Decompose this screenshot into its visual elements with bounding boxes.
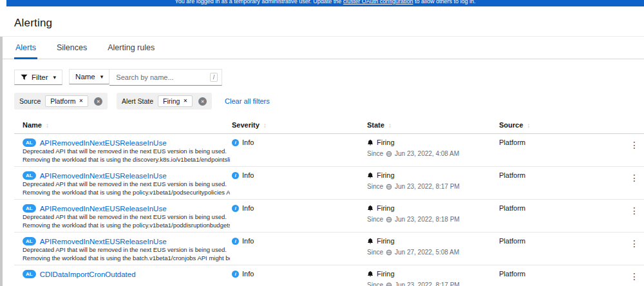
filter-group-label: Source bbox=[19, 97, 41, 105]
filter-group-close-icon[interactable]: ✕ bbox=[198, 97, 207, 106]
kebab-menu-icon[interactable]: ⋮ bbox=[630, 205, 639, 216]
alert-badge: AL bbox=[23, 237, 36, 245]
left-edge-strip bbox=[0, 37, 3, 286]
source-cell: Platform bbox=[499, 233, 622, 265]
filter-chip-label: Platform bbox=[50, 97, 75, 105]
sort-icon: ↕ bbox=[263, 122, 267, 129]
alert-name-link[interactable]: CDIDataImportCronOutdated bbox=[40, 271, 136, 278]
kebab-cell: ⋮ bbox=[622, 233, 639, 265]
alert-badge: AL bbox=[23, 270, 36, 278]
filter-group-source: Source Platform ✕ ✕ bbox=[14, 93, 108, 110]
bell-icon bbox=[367, 172, 374, 178]
state-cell: Firing Since Jun 27, 2022, 5:08 AM bbox=[367, 233, 499, 265]
filter-chip-platform: Platform ✕ bbox=[45, 95, 88, 107]
severity-cell: i Info bbox=[232, 265, 367, 286]
info-icon: i bbox=[232, 271, 239, 278]
state-cell: Firing Since Jun 23, 2022, 4:08 AM bbox=[367, 134, 499, 166]
column-header-source[interactable]: Source ↕ bbox=[499, 121, 622, 129]
state-since: Since Jun 23, 2022, 4:08 AM bbox=[367, 150, 499, 157]
table-row: AL APIRemovedInNextEUSReleaseInUse Depre… bbox=[14, 167, 644, 200]
alert-name-link[interactable]: APIRemovedInNextEUSReleaseInUse bbox=[40, 205, 167, 213]
kebab-cell: ⋮ bbox=[622, 167, 639, 199]
bell-icon bbox=[367, 205, 374, 211]
since-timestamp: Jun 23, 2022, 8:17 PM bbox=[395, 183, 460, 190]
alert-description-line1: Deprecated API that will be removed in t… bbox=[23, 245, 230, 254]
since-label: Since bbox=[367, 183, 383, 190]
info-icon: i bbox=[232, 139, 239, 146]
info-icon: i bbox=[232, 238, 239, 245]
oauth-config-link[interactable]: cluster OAuth configuration bbox=[343, 0, 413, 5]
slash-shortcut-badge: / bbox=[210, 73, 218, 82]
source-cell: Platform bbox=[499, 265, 622, 286]
source-cell: Platform bbox=[499, 167, 622, 199]
globe-icon bbox=[386, 216, 392, 223]
tab-alerting-rules[interactable]: Alerting rules bbox=[106, 43, 156, 59]
since-timestamp: Jun 23, 2022, 8:18 PM bbox=[395, 216, 460, 223]
banner-text-after: to allow others to log in. bbox=[413, 0, 475, 5]
filter-chip-label: Firing bbox=[163, 97, 180, 105]
since-timestamp: Jun 27, 2022, 5:08 AM bbox=[395, 249, 459, 256]
clear-all-filters-link[interactable]: Clear all filters bbox=[225, 97, 270, 105]
alert-name-link[interactable]: APIRemovedInNextEUSReleaseInUse bbox=[40, 172, 167, 180]
column-header-state[interactable]: State ↕ bbox=[367, 121, 499, 129]
alert-description-line2: Removing the workload that is using the … bbox=[23, 188, 230, 196]
active-filters-row: Source Platform ✕ ✕ Alert State Firing ✕… bbox=[14, 93, 644, 110]
source-cell: Platform bbox=[499, 200, 622, 232]
globe-icon bbox=[386, 249, 392, 256]
state-label: Firing bbox=[377, 204, 395, 212]
state-since: Since Jun 23, 2022, 8:17 PM bbox=[367, 183, 499, 190]
severity-label: Info bbox=[242, 204, 254, 212]
column-header-label: Name bbox=[23, 121, 42, 129]
chip-close-icon[interactable]: ✕ bbox=[79, 99, 83, 104]
globe-icon bbox=[386, 282, 392, 286]
state-label: Firing bbox=[377, 270, 395, 278]
alert-name-link[interactable]: APIRemovedInNextEUSReleaseInUse bbox=[40, 139, 167, 147]
login-banner: You are logged in as a temporary adminis… bbox=[6, 0, 644, 6]
state-since: Since Jun 23, 2022, 8:17 PM bbox=[367, 281, 499, 286]
filter-dropdown-button[interactable]: Filter ▾ bbox=[14, 70, 62, 85]
severity-label: Info bbox=[242, 237, 254, 245]
name-cell: AL APIRemovedInNextEUSReleaseInUse Depre… bbox=[23, 200, 232, 232]
severity-label: Info bbox=[242, 270, 254, 278]
since-label: Since bbox=[367, 249, 383, 256]
filter-toolbar: Filter ▾ Name ▾ / bbox=[14, 69, 644, 86]
kebab-menu-icon[interactable]: ⋮ bbox=[630, 238, 639, 249]
kebab-menu-icon[interactable]: ⋮ bbox=[630, 271, 639, 281]
alert-name-link[interactable]: APIRemovedInNextEUSReleaseInUse bbox=[40, 238, 167, 245]
search-field-select[interactable]: Name ▾ bbox=[69, 69, 109, 84]
alert-description-line2: Removing the workload that is using the … bbox=[23, 155, 230, 164]
kebab-menu-icon[interactable]: ⋮ bbox=[630, 140, 639, 150]
filter-group-label: Alert State bbox=[122, 97, 153, 105]
tab-alerts[interactable]: Alerts bbox=[14, 43, 37, 59]
state-label: Firing bbox=[377, 237, 395, 245]
bell-icon bbox=[367, 271, 374, 277]
since-label: Since bbox=[367, 150, 383, 157]
severity-label: Info bbox=[242, 138, 254, 146]
alert-description-line2: Removing the workload that is using the … bbox=[23, 221, 230, 229]
filter-group-alert-state: Alert State Firing ✕ ✕ bbox=[117, 93, 212, 110]
search-input[interactable] bbox=[115, 73, 209, 82]
table-row: AL APIRemovedInNextEUSReleaseInUse Depre… bbox=[14, 200, 644, 233]
alert-description-line1: Deprecated API that will be removed in t… bbox=[23, 213, 230, 221]
name-cell: AL APIRemovedInNextEUSReleaseInUse Depre… bbox=[23, 134, 232, 166]
column-header-label: Severity bbox=[232, 121, 260, 129]
kebab-menu-icon[interactable]: ⋮ bbox=[630, 173, 639, 183]
bell-icon bbox=[367, 238, 374, 244]
column-header-severity[interactable]: Severity ↕ bbox=[232, 121, 367, 129]
banner-text-before: You are logged in as a temporary adminis… bbox=[175, 0, 343, 5]
severity-cell: i Info bbox=[232, 200, 367, 232]
chip-close-icon[interactable]: ✕ bbox=[183, 99, 187, 104]
alerts-table: Name ↕ Severity ↕ State ↕ Source ↕ AL AP… bbox=[14, 119, 644, 286]
since-timestamp: Jun 23, 2022, 8:17 PM bbox=[395, 281, 460, 286]
severity-cell: i Info bbox=[232, 134, 367, 166]
search-input-group: Name ▾ / bbox=[69, 69, 222, 86]
name-cell: AL CDIDataImportCronOutdated bbox=[23, 265, 232, 286]
filter-group-close-icon[interactable]: ✕ bbox=[94, 97, 102, 106]
tab-silences[interactable]: Silences bbox=[55, 43, 88, 59]
bell-icon bbox=[367, 139, 374, 146]
globe-icon bbox=[386, 151, 392, 157]
alert-description-line2: Removing the workload that is using the … bbox=[23, 254, 230, 262]
info-icon: i bbox=[232, 205, 239, 212]
name-cell: AL APIRemovedInNextEUSReleaseInUse Depre… bbox=[23, 167, 232, 199]
column-header-name[interactable]: Name ↕ bbox=[23, 121, 232, 129]
